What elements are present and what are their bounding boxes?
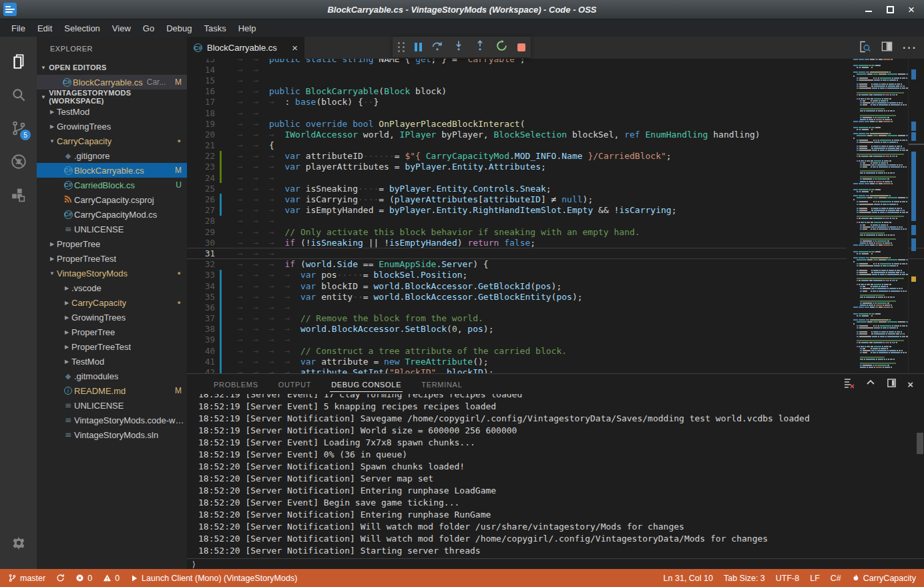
tree-item-testmod[interactable]: ▶TestMod [37, 354, 187, 369]
status-master[interactable]: master [8, 574, 45, 583]
tree-item-vintagestorymods-sln[interactable]: ≡VintageStoryMods.sln [37, 427, 187, 442]
line-number: 29 [187, 227, 215, 237]
code-editor[interactable]: 13→→public static string NAME { get; } =… [187, 59, 924, 373]
status-lf[interactable]: LF [810, 574, 820, 583]
panel-tab-terminal[interactable]: TERMINAL [420, 377, 463, 391]
open-editors-header[interactable]: ▼ OPEN EDITORS [37, 60, 187, 75]
tree-item-growingtrees[interactable]: ▶GrowingTrees [37, 119, 187, 134]
restart-icon[interactable] [495, 39, 508, 55]
menubar: FileEditSelectionViewGoDebugTasksHelp [0, 19, 924, 37]
drag-handle[interactable] [398, 42, 405, 52]
settings-gear-icon[interactable] [0, 526, 37, 560]
status-ln-31-col-10[interactable]: Ln 31, Col 10 [664, 574, 713, 583]
menu-item-view[interactable]: View [106, 21, 137, 35]
debug-toolbar [393, 37, 531, 57]
clear-console-icon[interactable] [843, 377, 855, 391]
tab-close-icon[interactable]: × [292, 42, 298, 53]
tree-item-growingtrees[interactable]: ▶GrowingTrees [37, 310, 187, 325]
tree-item-label: .gitmodules [74, 371, 118, 381]
extensions-icon[interactable] [0, 178, 37, 212]
app-icon[interactable] [3, 3, 17, 16]
menu-item-go[interactable]: Go [137, 21, 160, 35]
menu-item-file[interactable]: File [5, 21, 31, 35]
close-panel-icon[interactable]: × [907, 379, 913, 390]
tree-item-propertree[interactable]: ▶ProperTree [37, 325, 187, 339]
menu-item-tasks[interactable]: Tasks [198, 21, 232, 35]
line-number: 13 [187, 59, 215, 64]
explorer-icon[interactable] [0, 45, 37, 78]
tree-item-carrycapacity-csproj[interactable]: CarryCapacity.csproj [37, 192, 187, 207]
status-launch-client-mono-vintagestorymods[interactable]: Launch Client (Mono) (VintageStoryMods) [130, 574, 297, 583]
debug-console-output[interactable]: 18:52:19 [Server Event] 17 clay forming … [187, 394, 924, 558]
line-number: 23 [187, 162, 215, 172]
line-number: 18 [187, 108, 215, 118]
lines-file-icon: ≡ [62, 401, 74, 410]
tree-item--gitmodules[interactable]: ◆.gitmodules [37, 369, 187, 383]
status-0[interactable]: 0 [103, 574, 120, 583]
error-icon [75, 574, 84, 582]
minimap[interactable] [847, 59, 908, 373]
git-status-badge: M [175, 77, 182, 87]
search-icon[interactable] [0, 78, 37, 112]
tree-item-vintagestorymods[interactable]: ▼VintageStoryMods● [37, 266, 187, 280]
menu-item-debug[interactable]: Debug [160, 21, 198, 35]
step-over-icon[interactable] [431, 40, 443, 55]
code-line-23: 23→→→var playerAttributes = byPlayer.Ent… [187, 162, 924, 172]
status-c#[interactable]: C# [831, 574, 841, 583]
tree-item-label: CarryCapacityMod.cs [74, 210, 157, 220]
console-line: 18:52:20 [Server Notification] Entering … [198, 510, 924, 522]
tree-item-blockcarryable-cs[interactable]: C#BlockCarryable.csM [37, 163, 187, 178]
menu-item-help[interactable]: Help [232, 21, 262, 35]
panel-scrollbar[interactable] [917, 433, 923, 454]
more-actions-icon[interactable]: ··· [903, 42, 917, 54]
tree-item-carrycapacity[interactable]: ▼CarryCapacity● [37, 134, 187, 148]
menu-item-selection[interactable]: Selection [58, 21, 105, 35]
tree-item-testmod[interactable]: ▶TestMod [37, 104, 187, 119]
line-number: 37 [187, 313, 215, 323]
panel-tab-problems[interactable]: PROBLEMS [212, 377, 260, 391]
status-sync[interactable] [56, 574, 65, 582]
open-changes-icon[interactable] [858, 40, 871, 56]
tree-item-unlicense[interactable]: ≡UNLICENSE [37, 398, 187, 413]
debug-console-input[interactable]: ⟩ [187, 558, 924, 569]
minimize-button[interactable] [864, 5, 873, 14]
maximize-button[interactable] [885, 5, 895, 14]
tree-item-propertreetest[interactable]: ▶ProperTreeTest [37, 339, 187, 354]
tree-item--gitignore[interactable]: ◆.gitignore [37, 148, 187, 163]
tree-item-carrycapacity[interactable]: ▶CarryCapacity● [37, 295, 187, 310]
status-carrycapacity[interactable]: CarryCapacity [852, 574, 916, 583]
pause-icon[interactable] [415, 43, 422, 51]
split-editor-icon[interactable] [881, 40, 893, 55]
step-out-icon[interactable] [474, 40, 486, 55]
line-number: 32 [187, 259, 215, 269]
close-button[interactable]: × [907, 5, 916, 14]
tree-item-readme-md[interactable]: iREADME.mdM [37, 383, 187, 398]
tree-item-propertree[interactable]: ▶ProperTree [37, 236, 187, 251]
panel-tab-output[interactable]: OUTPUT [277, 377, 312, 391]
tree-item--vscode[interactable]: ▶.vscode [37, 280, 187, 295]
tree-item-propertreetest[interactable]: ▶ProperTreeTest [37, 251, 187, 266]
tab-blockcarryable[interactable]: C# BlockCarryable.cs × [187, 37, 304, 59]
overview-ruler[interactable] [908, 59, 924, 373]
debug-icon[interactable] [0, 145, 37, 178]
chevron-down-icon: ▼ [47, 138, 57, 144]
panel-layout-icon[interactable] [887, 378, 897, 391]
code-line-38: 38→→→→world.BlockAccessor.SetBlock(0, po… [187, 324, 924, 335]
menu-item-edit[interactable]: Edit [31, 21, 58, 35]
tree-item-carrycapacitymod-cs[interactable]: C#CarryCapacityMod.cs [37, 207, 187, 222]
tree-item-carriedblock-cs[interactable]: C#CarriedBlock.csU [37, 178, 187, 192]
tree-item-label: ProperTreeTest [71, 342, 131, 352]
open-editor-item[interactable]: C# BlockCarryable.cs Car... M [37, 75, 187, 89]
status-utf-8[interactable]: UTF-8 [776, 574, 799, 583]
workspace-header[interactable]: ▼ VINTAGESTORYMODS (WORKSPACE) [37, 89, 187, 104]
status-0[interactable]: 0 [75, 574, 92, 583]
maximize-panel-icon[interactable] [865, 377, 876, 391]
source-control-icon[interactable]: 5 [0, 112, 37, 145]
step-into-icon[interactable] [453, 40, 465, 55]
tree-item-vintagestorymods-code-work-[interactable]: ≡VintageStoryMods.code-work... [37, 413, 187, 427]
status-tab-size-3[interactable]: Tab Size: 3 [724, 574, 765, 583]
panel-tab-debug-console[interactable]: DEBUG CONSOLE [330, 377, 403, 392]
tree-item-unlicense[interactable]: ≡UNLICENSE [37, 222, 187, 236]
csharp-file-icon: C# [194, 43, 202, 52]
stop-icon[interactable] [517, 43, 525, 51]
